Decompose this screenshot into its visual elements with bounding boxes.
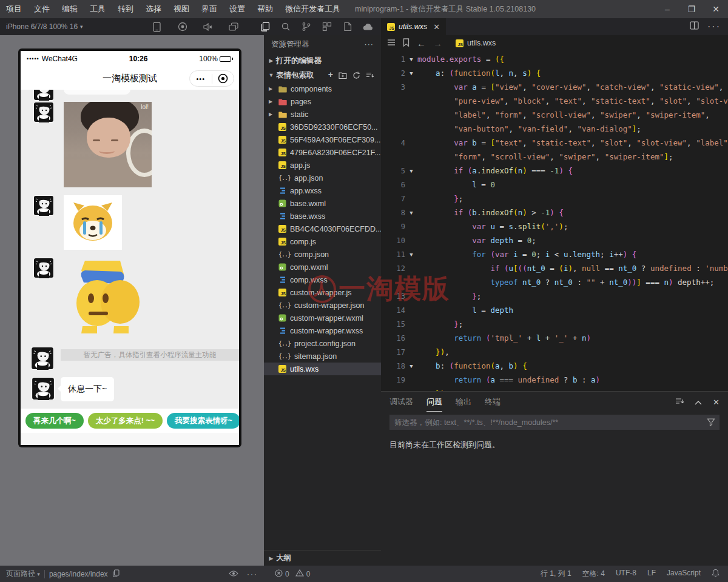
file-row-base.wxml[interactable]: base.wxml (264, 197, 381, 210)
copy-path-icon[interactable] (112, 569, 120, 579)
statusbar-item-0[interactable]: 行 1, 列 1 (541, 569, 571, 579)
file-row-comp.wxml[interactable]: comp.wxml (264, 261, 381, 273)
fold-chevron-icon[interactable]: ▼ (405, 252, 417, 258)
more-menu-button[interactable]: ••• (190, 75, 212, 82)
file-row-pages[interactable]: ▶pages (264, 95, 381, 108)
menu-item-编辑[interactable]: 编辑 (56, 0, 84, 18)
problems-filter-input[interactable] (389, 415, 720, 430)
exit-button[interactable] (212, 73, 234, 84)
file-row-custom-wrapper.wxml[interactable]: custom-wrapper.wxml (264, 312, 381, 324)
bookmark-icon[interactable] (403, 38, 410, 48)
menu-item-选择[interactable]: 选择 (140, 0, 167, 18)
back-arrow-icon[interactable]: ← (417, 38, 426, 48)
menu-item-工具[interactable]: 工具 (84, 0, 112, 18)
sticker-image-baby[interactable]: lol! (64, 102, 152, 187)
notifications-bell-icon[interactable] (712, 569, 720, 579)
filter-funnel-icon[interactable] (707, 418, 715, 429)
action-button-2[interactable]: 太少了多来点! ~~ (88, 413, 163, 429)
explorer-files-icon[interactable] (255, 18, 275, 35)
new-file-icon[interactable]: + (328, 72, 333, 79)
more-icon[interactable]: ··· (247, 570, 258, 578)
menu-item-转到[interactable]: 转到 (112, 0, 140, 18)
git-branch-icon[interactable] (296, 18, 317, 35)
file-row-BB4C4C4030F06ECFDD...[interactable]: JSBB4C4C4030F06ECFDD... (264, 222, 381, 235)
minimize-button[interactable]: – (655, 0, 679, 18)
page-path-selector[interactable]: 页面路径 ▾ (6, 569, 40, 579)
warnings-icon[interactable] (295, 569, 304, 578)
refresh-icon[interactable] (352, 72, 360, 79)
file-row-comp.wxss[interactable]: comp.wxss (264, 273, 381, 286)
forward-arrow-icon[interactable]: → (433, 38, 442, 48)
file-row-base.wxss[interactable]: base.wxss (264, 210, 381, 222)
statusbar-item-1[interactable]: 空格: 4 (582, 569, 605, 579)
panel-tab-调试器[interactable]: 调试器 (389, 393, 413, 412)
fold-chevron-icon[interactable]: ▼ (405, 70, 417, 76)
explorer-more-icon[interactable]: ··· (365, 40, 374, 48)
statusbar-item-4[interactable]: JavaScript (667, 569, 701, 579)
file-row-479E6A8230F06ECF21F...[interactable]: JS479E6A8230F06ECF21F... (264, 146, 381, 159)
file-row-comp.json[interactable]: {..}comp.json (264, 248, 381, 261)
menu-item-文件[interactable]: 文件 (28, 0, 56, 18)
errors-icon[interactable] (275, 569, 283, 579)
maximize-button[interactable]: ❐ (679, 0, 704, 18)
project-section[interactable]: ▼ 表情包索取 + (264, 68, 381, 82)
fold-chevron-icon[interactable]: ▼ (405, 168, 417, 174)
menu-item-视图[interactable]: 视图 (167, 0, 195, 18)
search-icon[interactable] (275, 18, 296, 35)
collapse-all-icon[interactable] (675, 397, 684, 407)
file-row-app.js[interactable]: JSapp.js (264, 159, 381, 172)
outline-section[interactable]: ▶ 大纲 (264, 550, 381, 566)
menu-item-项目[interactable]: 项目 (0, 0, 28, 18)
collapse-all-icon[interactable] (366, 72, 374, 79)
file-row-sitemap.json[interactable]: {..}sitemap.json (264, 350, 381, 363)
panel-tab-问题[interactable]: 问题 (426, 393, 442, 412)
file-row-utils.wxs[interactable]: JSutils.wxs (264, 363, 381, 375)
maximize-panel-icon[interactable] (695, 398, 702, 407)
close-panel-icon[interactable]: ✕ (713, 398, 720, 407)
panel-tab-终端[interactable]: 终端 (485, 393, 500, 412)
split-editor-icon[interactable] (690, 21, 699, 32)
outline-list-icon[interactable] (387, 39, 396, 48)
record-icon[interactable] (172, 18, 193, 35)
device-selector[interactable]: iPhone 6/7/8 100% 16 ▾ (6, 22, 83, 31)
fold-chevron-icon[interactable]: ▼ (405, 56, 417, 62)
open-editors-section[interactable]: ▶ 打开的编辑器 (264, 53, 381, 68)
menu-item-微信开发者工具[interactable]: 微信开发者工具 (279, 0, 346, 18)
cloud-icon[interactable] (358, 18, 379, 35)
close-button[interactable]: ✕ (704, 0, 728, 18)
sticker-image-doge[interactable] (64, 195, 122, 250)
more-actions-icon[interactable]: ··· (707, 21, 721, 32)
file-row-comp.js[interactable]: JScomp.js (264, 235, 381, 248)
file-page-icon[interactable] (337, 18, 358, 35)
new-folder-icon[interactable] (339, 72, 347, 79)
file-row-56F459A430F06ECF309...[interactable]: JS56F459A430F06ECF309... (264, 133, 381, 146)
menu-item-界面[interactable]: 界面 (195, 0, 223, 18)
eye-icon[interactable] (229, 570, 238, 578)
mute-icon[interactable] (198, 18, 218, 35)
file-row-project.config.json[interactable]: {..}project.config.json (264, 337, 381, 350)
action-button-3[interactable]: 我要搜索表情呀~ (167, 413, 239, 429)
tab-utils-wxs[interactable]: JS utils.wxs ✕ (381, 18, 446, 35)
file-row-app.json[interactable]: {..}app.json (264, 172, 381, 184)
fold-chevron-icon[interactable]: ▼ (405, 210, 417, 216)
file-row-app.wxss[interactable]: app.wxss (264, 184, 381, 197)
code-view[interactable]: 1▼module.exports = ({2▼ a: (function(l, … (381, 52, 728, 391)
file-row-custom-wrapper.json[interactable]: {..}custom-wrapper.json (264, 299, 381, 312)
tab-close-icon[interactable]: ✕ (433, 22, 440, 32)
statusbar-item-2[interactable]: UTF-8 (616, 569, 636, 579)
file-row-36D5D92330F06ECF50...[interactable]: JS36D5D92330F06ECF50... (264, 121, 381, 133)
device-preview-icon[interactable] (147, 18, 167, 35)
fold-chevron-icon[interactable]: ▼ (405, 363, 417, 369)
layout-grid-icon[interactable] (317, 18, 337, 35)
sticker-image-butt-emoji[interactable] (74, 261, 142, 333)
menu-item-帮助[interactable]: 帮助 (251, 0, 279, 18)
action-button-1[interactable]: 再来几个啊~ (25, 413, 84, 429)
statusbar-item-3[interactable]: LF (647, 569, 656, 579)
panel-tab-输出[interactable]: 输出 (456, 393, 471, 412)
menu-item-设置[interactable]: 设置 (223, 0, 251, 18)
file-row-components[interactable]: ▶components (264, 82, 381, 95)
file-row-custom-wrapper.wxss[interactable]: custom-wrapper.wxss (264, 324, 381, 337)
multi-window-icon[interactable] (223, 18, 244, 35)
file-row-custom-wrapper.js[interactable]: JScustom-wrapper.js (264, 286, 381, 299)
file-row-static[interactable]: ▶static (264, 108, 381, 121)
